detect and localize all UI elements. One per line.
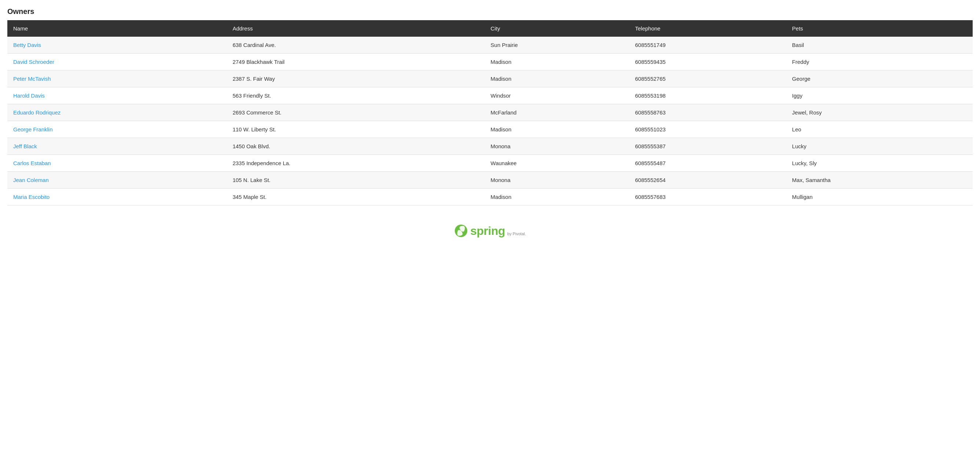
owner-city-cell: Madison [485,54,629,70]
col-name: Name [7,20,227,37]
owner-city-cell: Windsor [485,87,629,104]
owner-name-link[interactable]: Betty Davis [13,42,41,48]
owner-name-link[interactable]: Jean Coleman [13,177,49,183]
owner-name-cell: Eduardo Rodriquez [7,104,227,121]
owner-pets-cell: Max, Samantha [786,172,973,188]
col-address: Address [227,20,485,37]
owner-telephone-cell: 6085553198 [629,87,786,104]
owner-pets-cell: Iggy [786,87,973,104]
table-row: Peter McTavish2387 S. Fair WayMadison608… [7,70,973,87]
spring-icon [454,224,468,238]
owner-pets-cell: Freddy [786,54,973,70]
owner-pets-cell: Lucky [786,138,973,155]
owner-city-cell: Monona [485,138,629,155]
owner-city-cell: Madison [485,188,629,206]
owner-address-cell: 2693 Commerce St. [227,104,485,121]
owner-name-link[interactable]: Eduardo Rodriquez [13,109,60,116]
owner-address-cell: 2749 Blackhawk Trail [227,54,485,70]
owner-address-cell: 638 Cardinal Ave. [227,37,485,54]
owner-pets-cell: Mulligan [786,188,973,206]
spring-label: spring [470,224,505,238]
col-telephone: Telephone [629,20,786,37]
owner-telephone-cell: 6085555387 [629,138,786,155]
table-row: Maria Escobito345 Maple St.Madison608555… [7,188,973,206]
owner-city-cell: McFarland [485,104,629,121]
owner-name-cell: Jean Coleman [7,172,227,188]
owner-name-cell: Harold Davis [7,87,227,104]
table-row: George Franklin110 W. Liberty St.Madison… [7,121,973,138]
owner-address-cell: 105 N. Lake St. [227,172,485,188]
owner-name-link[interactable]: Harold Davis [13,93,45,99]
owner-name-cell: Carlos Estaban [7,155,227,172]
owner-name-cell: David Schroeder [7,54,227,70]
owner-telephone-cell: 6085551023 [629,121,786,138]
page-title: Owners [7,7,973,16]
owner-name-link[interactable]: George Franklin [13,126,53,132]
owner-address-cell: 2335 Independence La. [227,155,485,172]
owner-city-cell: Madison [485,121,629,138]
owners-table: Name Address City Telephone Pets Betty D… [7,20,973,206]
owner-pets-cell: Leo [786,121,973,138]
table-row: Jean Coleman105 N. Lake St.Monona6085552… [7,172,973,188]
owner-address-cell: 563 Friendly St. [227,87,485,104]
table-row: Eduardo Rodriquez2693 Commerce St.McFarl… [7,104,973,121]
owner-city-cell: Waunakee [485,155,629,172]
owner-address-cell: 1450 Oak Blvd. [227,138,485,155]
owner-name-link[interactable]: David Schroeder [13,59,54,65]
table-row: Carlos Estaban2335 Independence La.Wauna… [7,155,973,172]
owner-telephone-cell: 6085559435 [629,54,786,70]
footer: spring by Pivotal. [7,224,973,238]
owner-pets-cell: Basil [786,37,973,54]
owner-address-cell: 345 Maple St. [227,188,485,206]
owner-telephone-cell: 6085551749 [629,37,786,54]
owner-city-cell: Sun Prairie [485,37,629,54]
owner-telephone-cell: 6085552654 [629,172,786,188]
col-pets: Pets [786,20,973,37]
owner-name-cell: Maria Escobito [7,188,227,206]
owner-address-cell: 110 W. Liberty St. [227,121,485,138]
owner-name-cell: Peter McTavish [7,70,227,87]
owner-name-cell: Jeff Black [7,138,227,155]
owner-address-cell: 2387 S. Fair Way [227,70,485,87]
col-city: City [485,20,629,37]
table-row: Harold Davis563 Friendly St.Windsor60855… [7,87,973,104]
owner-pets-cell: Jewel, Rosy [786,104,973,121]
owner-name-cell: George Franklin [7,121,227,138]
owner-city-cell: Monona [485,172,629,188]
owner-telephone-cell: 6085557683 [629,188,786,206]
owner-name-link[interactable]: Jeff Black [13,143,37,149]
pivotal-label: by Pivotal. [507,231,526,236]
table-row: Jeff Black1450 Oak Blvd.Monona6085555387… [7,138,973,155]
spring-logo: spring by Pivotal. [454,224,526,238]
owner-city-cell: Madison [485,70,629,87]
owner-name-link[interactable]: Carlos Estaban [13,160,51,166]
owner-telephone-cell: 6085558763 [629,104,786,121]
owner-pets-cell: Lucky, Sly [786,155,973,172]
owner-name-cell: Betty Davis [7,37,227,54]
owner-name-link[interactable]: Maria Escobito [13,194,49,200]
owner-telephone-cell: 6085552765 [629,70,786,87]
owner-telephone-cell: 6085555487 [629,155,786,172]
owner-pets-cell: George [786,70,973,87]
table-row: David Schroeder2749 Blackhawk TrailMadis… [7,54,973,70]
table-header-row: Name Address City Telephone Pets [7,20,973,37]
owner-name-link[interactable]: Peter McTavish [13,76,51,82]
table-row: Betty Davis638 Cardinal Ave.Sun Prairie6… [7,37,973,54]
